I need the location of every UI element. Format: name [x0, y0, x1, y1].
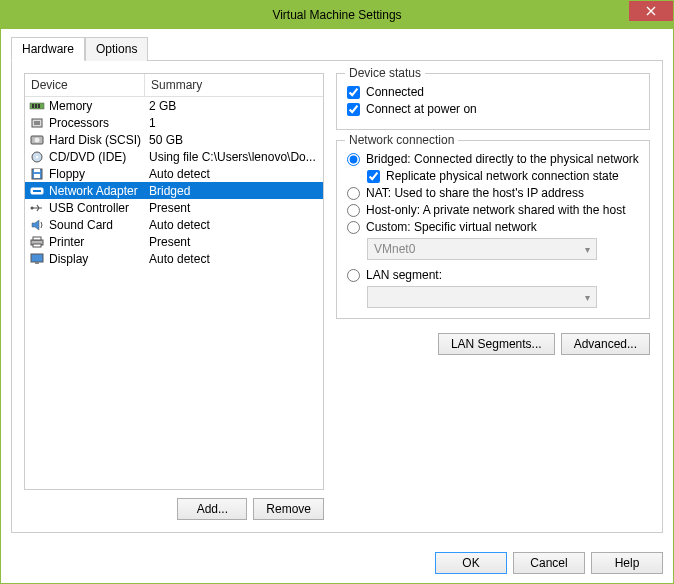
- chevron-down-icon: ▾: [585, 292, 590, 303]
- device-buttons: Add... Remove: [24, 498, 324, 520]
- custom-label: Custom: Specific virtual network: [366, 220, 537, 234]
- svg-rect-12: [34, 174, 40, 178]
- device-summary: 1: [145, 116, 323, 130]
- content-area: Hardware Options Device Summary Memory2 …: [1, 29, 673, 543]
- device-cell: CD/DVD (IDE): [25, 150, 145, 164]
- custom-network-value: VMnet0: [374, 242, 415, 256]
- svg-rect-2: [35, 104, 37, 108]
- device-name: Memory: [49, 99, 92, 113]
- svg-rect-17: [33, 237, 41, 240]
- device-row[interactable]: Processors1: [25, 114, 323, 131]
- device-status-group: Device status Connected Connect at power…: [336, 73, 650, 130]
- detail-column: Device status Connected Connect at power…: [336, 73, 650, 520]
- replicate-label: Replicate physical network connection st…: [386, 169, 619, 183]
- device-name: USB Controller: [49, 201, 129, 215]
- help-button[interactable]: Help: [591, 552, 663, 574]
- device-summary: 2 GB: [145, 99, 323, 113]
- list-header: Device Summary: [25, 74, 323, 97]
- device-column: Device Summary Memory2 GBProcessors1Hard…: [24, 73, 324, 520]
- col-header-device[interactable]: Device: [25, 74, 145, 96]
- connect-at-power-on-checkbox[interactable]: [347, 103, 360, 116]
- chevron-down-icon: ▾: [585, 244, 590, 255]
- device-summary: Auto detect: [145, 252, 323, 266]
- bridged-radio[interactable]: [347, 153, 360, 166]
- svg-rect-3: [38, 104, 40, 108]
- lan-segment-label: LAN segment:: [366, 268, 442, 282]
- cd-icon: [29, 151, 45, 163]
- device-summary: 50 GB: [145, 133, 323, 147]
- connect-at-power-on-label: Connect at power on: [366, 102, 477, 116]
- device-row[interactable]: FloppyAuto detect: [25, 165, 323, 182]
- lan-segment-combo: ▾: [367, 286, 597, 308]
- ok-button[interactable]: OK: [435, 552, 507, 574]
- device-row[interactable]: USB ControllerPresent: [25, 199, 323, 216]
- device-cell: Printer: [25, 235, 145, 249]
- device-cell: Hard Disk (SCSI): [25, 133, 145, 147]
- usb-icon: [29, 202, 45, 214]
- replicate-checkbox[interactable]: [367, 170, 380, 183]
- device-row[interactable]: Memory2 GB: [25, 97, 323, 114]
- device-list: Device Summary Memory2 GBProcessors1Hard…: [24, 73, 324, 490]
- connected-checkbox[interactable]: [347, 86, 360, 99]
- nat-radio[interactable]: [347, 187, 360, 200]
- network-connection-title: Network connection: [345, 133, 458, 147]
- device-row[interactable]: Network AdapterBridged: [25, 182, 323, 199]
- svg-rect-1: [32, 104, 34, 108]
- lan-segments-button[interactable]: LAN Segments...: [438, 333, 555, 355]
- window-title: Virtual Machine Settings: [1, 8, 673, 22]
- advanced-button[interactable]: Advanced...: [561, 333, 650, 355]
- list-body: Memory2 GBProcessors1Hard Disk (SCSI)50 …: [25, 97, 323, 267]
- svg-point-15: [31, 206, 34, 209]
- svg-point-7: [35, 137, 40, 142]
- nat-label: NAT: Used to share the host's IP address: [366, 186, 584, 200]
- remove-button[interactable]: Remove: [253, 498, 324, 520]
- svg-rect-19: [31, 254, 43, 262]
- svg-rect-20: [35, 262, 39, 264]
- cpu-icon: [29, 117, 45, 129]
- close-button[interactable]: [629, 1, 673, 21]
- device-summary: Auto detect: [145, 167, 323, 181]
- device-row[interactable]: PrinterPresent: [25, 233, 323, 250]
- cancel-button[interactable]: Cancel: [513, 552, 585, 574]
- hardware-panel: Device Summary Memory2 GBProcessors1Hard…: [11, 61, 663, 533]
- device-cell: USB Controller: [25, 201, 145, 215]
- tab-options[interactable]: Options: [85, 37, 148, 61]
- add-button[interactable]: Add...: [177, 498, 247, 520]
- memory-icon: [29, 100, 45, 112]
- device-row[interactable]: CD/DVD (IDE)Using file C:\Users\lenovo\D…: [25, 148, 323, 165]
- network-buttons: LAN Segments... Advanced...: [336, 333, 650, 355]
- floppy-icon: [29, 168, 45, 180]
- disk-icon: [29, 134, 45, 146]
- device-summary: Present: [145, 201, 323, 215]
- device-cell: Display: [25, 252, 145, 266]
- device-name: CD/DVD (IDE): [49, 150, 126, 164]
- svg-rect-18: [33, 244, 41, 247]
- device-name: Hard Disk (SCSI): [49, 133, 141, 147]
- device-cell: Floppy: [25, 167, 145, 181]
- dialog-footer: OK Cancel Help: [1, 543, 673, 583]
- device-name: Display: [49, 252, 88, 266]
- device-row[interactable]: Sound CardAuto detect: [25, 216, 323, 233]
- device-name: Sound Card: [49, 218, 113, 232]
- hostonly-label: Host-only: A private network shared with…: [366, 203, 625, 217]
- svg-rect-11: [34, 169, 40, 172]
- printer-icon: [29, 236, 45, 248]
- net-icon: [29, 185, 45, 197]
- device-cell: Network Adapter: [25, 184, 145, 198]
- col-header-summary[interactable]: Summary: [145, 74, 323, 96]
- svg-rect-5: [34, 121, 40, 125]
- titlebar: Virtual Machine Settings: [1, 1, 673, 29]
- tab-hardware[interactable]: Hardware: [11, 37, 85, 61]
- device-row[interactable]: DisplayAuto detect: [25, 250, 323, 267]
- device-row[interactable]: Hard Disk (SCSI)50 GB: [25, 131, 323, 148]
- lan-segment-radio[interactable]: [347, 269, 360, 282]
- svg-point-9: [36, 155, 38, 157]
- device-cell: Memory: [25, 99, 145, 113]
- device-summary: Bridged: [145, 184, 323, 198]
- svg-rect-14: [33, 190, 41, 192]
- device-name: Network Adapter: [49, 184, 138, 198]
- hostonly-radio[interactable]: [347, 204, 360, 217]
- custom-radio[interactable]: [347, 221, 360, 234]
- device-summary: Auto detect: [145, 218, 323, 232]
- device-cell: Processors: [25, 116, 145, 130]
